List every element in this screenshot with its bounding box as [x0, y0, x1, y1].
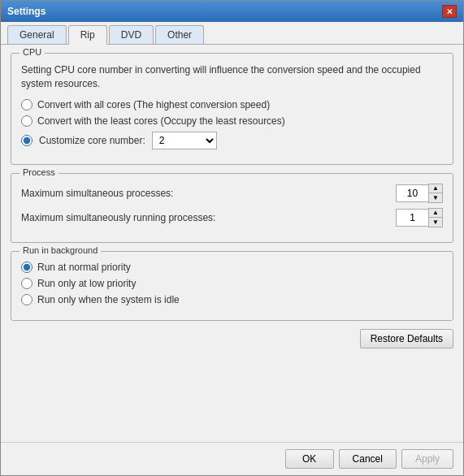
least-cores-radio[interactable] — [21, 115, 33, 127]
max-running-up[interactable]: ▲ — [429, 209, 442, 218]
restore-defaults-button[interactable]: Restore Defaults — [360, 329, 453, 348]
title-bar: Settings ✕ — [1, 1, 463, 22]
max-simultaneous-down[interactable]: ▼ — [429, 193, 442, 202]
max-running-row: Maximum simultaneously running processes… — [21, 208, 443, 227]
low-priority-option: Run only at low priority — [21, 278, 443, 289]
max-running-spinner: ▲ ▼ — [396, 208, 443, 227]
max-simultaneous-input[interactable] — [396, 184, 428, 202]
tab-rip[interactable]: Rip — [68, 25, 107, 45]
background-group-label: Run in background — [20, 245, 101, 255]
customize-cores-radio[interactable] — [21, 135, 33, 146]
max-simultaneous-spinner-btns: ▲ ▼ — [428, 184, 443, 203]
max-running-down[interactable]: ▼ — [429, 218, 442, 227]
process-group-label: Process — [20, 167, 59, 177]
max-running-spinner-btns: ▲ ▼ — [428, 208, 443, 227]
max-simultaneous-row: Maximum simultaneous processes: ▲ ▼ — [21, 184, 443, 203]
ok-button[interactable]: OK — [285, 449, 334, 469]
restore-row: Restore Defaults — [11, 329, 453, 348]
idle-label: Run only when the system is idle — [37, 294, 180, 305]
normal-priority-option: Run at normal priority — [21, 262, 443, 273]
all-cores-option: Convert with all cores (The highest conv… — [21, 99, 443, 110]
customize-cores-row: Customize core number: 2 1 3 4 — [21, 132, 443, 149]
normal-priority-radio[interactable] — [21, 262, 33, 273]
close-button[interactable]: ✕ — [442, 5, 457, 18]
least-cores-option: Convert with the least cores (Occupy the… — [21, 115, 443, 127]
cpu-description: Setting CPU core number in converting wi… — [21, 63, 443, 91]
cpu-group-label: CPU — [20, 47, 45, 57]
low-priority-radio[interactable] — [21, 278, 33, 289]
max-simultaneous-label: Maximum simultaneous processes: — [21, 188, 173, 199]
tab-other[interactable]: Other — [155, 25, 204, 44]
cpu-group: CPU Setting CPU core number in convertin… — [11, 53, 453, 165]
main-content: CPU Setting CPU core number in convertin… — [1, 45, 463, 442]
apply-button[interactable]: Apply — [401, 449, 453, 469]
background-group: Run in background Run at normal priority… — [11, 251, 453, 321]
max-running-input[interactable] — [396, 209, 428, 227]
cancel-button[interactable]: Cancel — [339, 449, 397, 469]
idle-option: Run only when the system is idle — [21, 294, 443, 305]
max-simultaneous-spinner: ▲ ▼ — [396, 184, 443, 203]
process-group: Process Maximum simultaneous processes: … — [11, 173, 453, 243]
customize-cores-label: Customize core number: — [39, 135, 145, 146]
idle-radio[interactable] — [21, 294, 33, 305]
all-cores-radio[interactable] — [21, 99, 33, 110]
tab-general[interactable]: General — [7, 25, 67, 44]
tab-dvd[interactable]: DVD — [109, 25, 154, 44]
core-number-dropdown[interactable]: 2 1 3 4 — [152, 132, 217, 149]
tabs-bar: General Rip DVD Other — [1, 22, 463, 45]
least-cores-label: Convert with the least cores (Occupy the… — [37, 115, 285, 127]
settings-window: Settings ✕ General Rip DVD Other CPU Set… — [0, 0, 464, 476]
all-cores-label: Convert with all cores (The highest conv… — [37, 99, 270, 110]
max-running-label: Maximum simultaneously running processes… — [21, 212, 215, 223]
window-title: Settings — [7, 6, 46, 17]
max-simultaneous-up[interactable]: ▲ — [429, 184, 442, 193]
low-priority-label: Run only at low priority — [37, 278, 136, 289]
normal-priority-label: Run at normal priority — [37, 262, 131, 273]
bottom-bar: OK Cancel Apply — [1, 442, 463, 475]
